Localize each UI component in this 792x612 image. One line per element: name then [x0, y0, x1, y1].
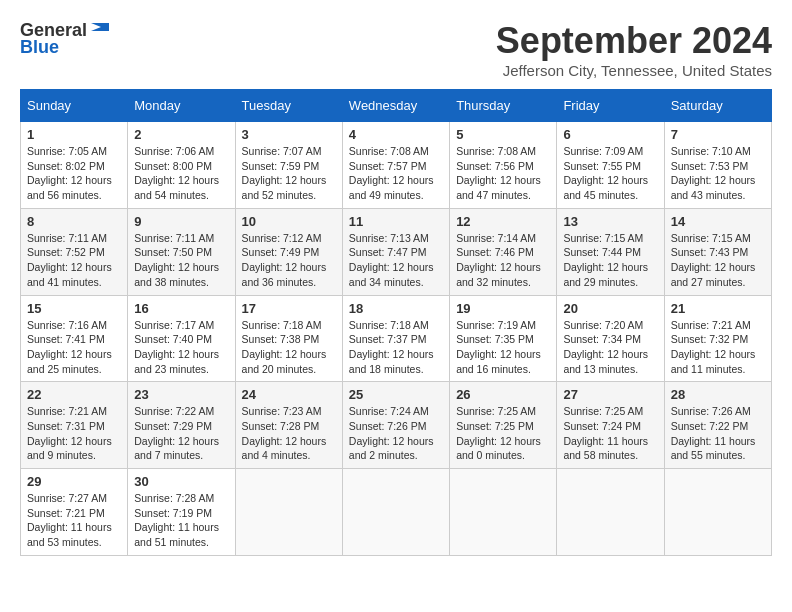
day-info: Sunrise: 7:08 AMSunset: 7:56 PMDaylight:…	[456, 144, 550, 203]
calendar-cell: 1Sunrise: 7:05 AMSunset: 8:02 PMDaylight…	[21, 122, 128, 209]
logo-blue-text: Blue	[20, 37, 59, 58]
day-number: 20	[563, 301, 657, 316]
calendar-cell: 6Sunrise: 7:09 AMSunset: 7:55 PMDaylight…	[557, 122, 664, 209]
day-number: 10	[242, 214, 336, 229]
day-info: Sunrise: 7:13 AMSunset: 7:47 PMDaylight:…	[349, 231, 443, 290]
day-info: Sunrise: 7:19 AMSunset: 7:35 PMDaylight:…	[456, 318, 550, 377]
col-wednesday: Wednesday	[342, 90, 449, 122]
day-info: Sunrise: 7:18 AMSunset: 7:37 PMDaylight:…	[349, 318, 443, 377]
day-info: Sunrise: 7:25 AMSunset: 7:24 PMDaylight:…	[563, 404, 657, 463]
calendar-week-row: 29Sunrise: 7:27 AMSunset: 7:21 PMDayligh…	[21, 469, 772, 556]
calendar-cell	[235, 469, 342, 556]
calendar-cell: 19Sunrise: 7:19 AMSunset: 7:35 PMDayligh…	[450, 295, 557, 382]
month-title: September 2024	[496, 20, 772, 62]
day-number: 19	[456, 301, 550, 316]
day-number: 14	[671, 214, 765, 229]
col-thursday: Thursday	[450, 90, 557, 122]
col-monday: Monday	[128, 90, 235, 122]
day-number: 16	[134, 301, 228, 316]
day-number: 4	[349, 127, 443, 142]
calendar-cell: 30Sunrise: 7:28 AMSunset: 7:19 PMDayligh…	[128, 469, 235, 556]
calendar-cell: 14Sunrise: 7:15 AMSunset: 7:43 PMDayligh…	[664, 208, 771, 295]
day-number: 30	[134, 474, 228, 489]
calendar-cell: 24Sunrise: 7:23 AMSunset: 7:28 PMDayligh…	[235, 382, 342, 469]
calendar-cell	[557, 469, 664, 556]
logo-flag-icon	[89, 21, 111, 39]
day-info: Sunrise: 7:26 AMSunset: 7:22 PMDaylight:…	[671, 404, 765, 463]
day-number: 13	[563, 214, 657, 229]
day-number: 25	[349, 387, 443, 402]
col-sunday: Sunday	[21, 90, 128, 122]
calendar-cell: 27Sunrise: 7:25 AMSunset: 7:24 PMDayligh…	[557, 382, 664, 469]
day-number: 26	[456, 387, 550, 402]
day-info: Sunrise: 7:10 AMSunset: 7:53 PMDaylight:…	[671, 144, 765, 203]
day-info: Sunrise: 7:28 AMSunset: 7:19 PMDaylight:…	[134, 491, 228, 550]
calendar-cell: 5Sunrise: 7:08 AMSunset: 7:56 PMDaylight…	[450, 122, 557, 209]
calendar-cell: 21Sunrise: 7:21 AMSunset: 7:32 PMDayligh…	[664, 295, 771, 382]
day-number: 21	[671, 301, 765, 316]
day-number: 7	[671, 127, 765, 142]
day-number: 3	[242, 127, 336, 142]
day-number: 12	[456, 214, 550, 229]
calendar-cell: 7Sunrise: 7:10 AMSunset: 7:53 PMDaylight…	[664, 122, 771, 209]
day-info: Sunrise: 7:22 AMSunset: 7:29 PMDaylight:…	[134, 404, 228, 463]
day-info: Sunrise: 7:16 AMSunset: 7:41 PMDaylight:…	[27, 318, 121, 377]
logo: General Blue	[20, 20, 111, 58]
calendar-cell: 13Sunrise: 7:15 AMSunset: 7:44 PMDayligh…	[557, 208, 664, 295]
location-subtitle: Jefferson City, Tennessee, United States	[496, 62, 772, 79]
col-tuesday: Tuesday	[235, 90, 342, 122]
day-number: 11	[349, 214, 443, 229]
day-info: Sunrise: 7:06 AMSunset: 8:00 PMDaylight:…	[134, 144, 228, 203]
calendar-cell: 9Sunrise: 7:11 AMSunset: 7:50 PMDaylight…	[128, 208, 235, 295]
calendar-header-row: Sunday Monday Tuesday Wednesday Thursday…	[21, 90, 772, 122]
calendar-cell: 10Sunrise: 7:12 AMSunset: 7:49 PMDayligh…	[235, 208, 342, 295]
day-info: Sunrise: 7:18 AMSunset: 7:38 PMDaylight:…	[242, 318, 336, 377]
calendar-cell: 25Sunrise: 7:24 AMSunset: 7:26 PMDayligh…	[342, 382, 449, 469]
calendar-cell: 8Sunrise: 7:11 AMSunset: 7:52 PMDaylight…	[21, 208, 128, 295]
day-info: Sunrise: 7:11 AMSunset: 7:52 PMDaylight:…	[27, 231, 121, 290]
day-number: 1	[27, 127, 121, 142]
day-number: 8	[27, 214, 121, 229]
day-info: Sunrise: 7:25 AMSunset: 7:25 PMDaylight:…	[456, 404, 550, 463]
day-info: Sunrise: 7:09 AMSunset: 7:55 PMDaylight:…	[563, 144, 657, 203]
col-saturday: Saturday	[664, 90, 771, 122]
day-number: 18	[349, 301, 443, 316]
day-number: 5	[456, 127, 550, 142]
day-info: Sunrise: 7:12 AMSunset: 7:49 PMDaylight:…	[242, 231, 336, 290]
calendar-cell: 23Sunrise: 7:22 AMSunset: 7:29 PMDayligh…	[128, 382, 235, 469]
calendar-week-row: 8Sunrise: 7:11 AMSunset: 7:52 PMDaylight…	[21, 208, 772, 295]
page-header: General Blue September 2024 Jefferson Ci…	[20, 20, 772, 79]
day-info: Sunrise: 7:27 AMSunset: 7:21 PMDaylight:…	[27, 491, 121, 550]
calendar-cell: 15Sunrise: 7:16 AMSunset: 7:41 PMDayligh…	[21, 295, 128, 382]
calendar-cell: 11Sunrise: 7:13 AMSunset: 7:47 PMDayligh…	[342, 208, 449, 295]
calendar-cell	[342, 469, 449, 556]
calendar-cell: 16Sunrise: 7:17 AMSunset: 7:40 PMDayligh…	[128, 295, 235, 382]
calendar-cell: 18Sunrise: 7:18 AMSunset: 7:37 PMDayligh…	[342, 295, 449, 382]
day-number: 15	[27, 301, 121, 316]
day-info: Sunrise: 7:21 AMSunset: 7:31 PMDaylight:…	[27, 404, 121, 463]
day-info: Sunrise: 7:15 AMSunset: 7:44 PMDaylight:…	[563, 231, 657, 290]
calendar-table: Sunday Monday Tuesday Wednesday Thursday…	[20, 89, 772, 556]
day-info: Sunrise: 7:05 AMSunset: 8:02 PMDaylight:…	[27, 144, 121, 203]
day-number: 9	[134, 214, 228, 229]
day-info: Sunrise: 7:23 AMSunset: 7:28 PMDaylight:…	[242, 404, 336, 463]
day-info: Sunrise: 7:07 AMSunset: 7:59 PMDaylight:…	[242, 144, 336, 203]
title-section: September 2024 Jefferson City, Tennessee…	[496, 20, 772, 79]
day-info: Sunrise: 7:11 AMSunset: 7:50 PMDaylight:…	[134, 231, 228, 290]
day-info: Sunrise: 7:24 AMSunset: 7:26 PMDaylight:…	[349, 404, 443, 463]
day-info: Sunrise: 7:20 AMSunset: 7:34 PMDaylight:…	[563, 318, 657, 377]
day-number: 17	[242, 301, 336, 316]
calendar-cell: 22Sunrise: 7:21 AMSunset: 7:31 PMDayligh…	[21, 382, 128, 469]
calendar-cell: 28Sunrise: 7:26 AMSunset: 7:22 PMDayligh…	[664, 382, 771, 469]
day-number: 28	[671, 387, 765, 402]
calendar-week-row: 15Sunrise: 7:16 AMSunset: 7:41 PMDayligh…	[21, 295, 772, 382]
calendar-cell: 17Sunrise: 7:18 AMSunset: 7:38 PMDayligh…	[235, 295, 342, 382]
calendar-cell: 4Sunrise: 7:08 AMSunset: 7:57 PMDaylight…	[342, 122, 449, 209]
calendar-cell: 26Sunrise: 7:25 AMSunset: 7:25 PMDayligh…	[450, 382, 557, 469]
calendar-cell: 12Sunrise: 7:14 AMSunset: 7:46 PMDayligh…	[450, 208, 557, 295]
calendar-cell: 3Sunrise: 7:07 AMSunset: 7:59 PMDaylight…	[235, 122, 342, 209]
day-info: Sunrise: 7:21 AMSunset: 7:32 PMDaylight:…	[671, 318, 765, 377]
day-info: Sunrise: 7:14 AMSunset: 7:46 PMDaylight:…	[456, 231, 550, 290]
day-number: 2	[134, 127, 228, 142]
day-info: Sunrise: 7:17 AMSunset: 7:40 PMDaylight:…	[134, 318, 228, 377]
